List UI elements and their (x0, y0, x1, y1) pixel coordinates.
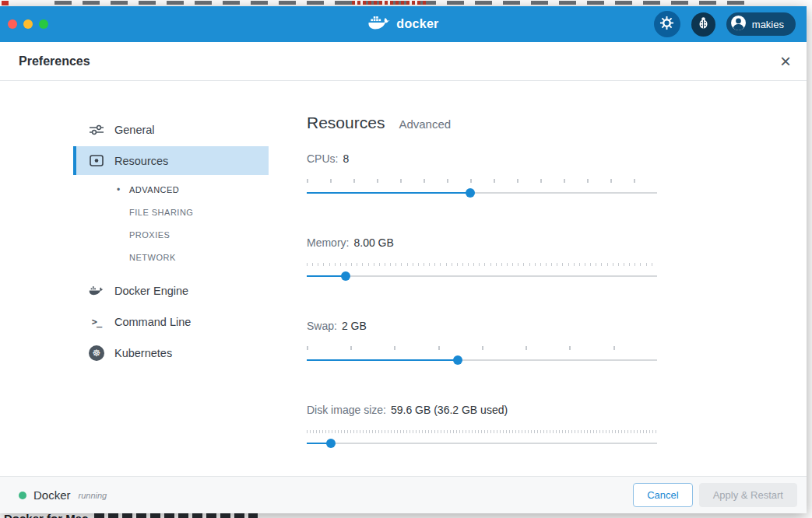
swap-label: Swap: (307, 320, 337, 332)
sidebar-item-label: General (114, 124, 155, 136)
slider-group-swap: Swap:2 GB (307, 320, 657, 365)
swap-value: 2 GB (342, 320, 367, 332)
resources-subsections: • ADVANCED FILE SHARING PROXIES NETWORK (0, 178, 269, 268)
slider-fill (307, 192, 470, 194)
cpus-label-row: CPUs:8 (307, 152, 657, 166)
sidebar-item-resources[interactable]: Resources (73, 146, 269, 175)
memory-label: Memory: (307, 236, 349, 249)
bug-icon (698, 16, 709, 32)
traffic-light-close[interactable] (8, 19, 17, 29)
window-controls (8, 19, 48, 29)
slider-rail (307, 275, 657, 277)
content-header: Resources Advanced (307, 114, 657, 134)
apply-restart-button[interactable]: Apply & Restart (699, 483, 797, 507)
background-page-top (0, 0, 812, 6)
traffic-light-zoom[interactable] (39, 19, 48, 29)
brand-label: docker (396, 17, 438, 31)
docker-brand: docker (367, 14, 438, 34)
cpus-slider-ticks (307, 179, 657, 183)
sidebar-subitem-label: NETWORK (129, 253, 176, 262)
docker-whale-icon (367, 14, 391, 34)
background-text-clipped-red (352, 1, 427, 5)
memory-label-row: Memory:8.00 GB (307, 236, 657, 250)
background-heading-clipped: Docker for Mac (4, 513, 88, 518)
cpus-label: CPUs: (307, 152, 338, 165)
sidebar-item-label: Resources (114, 155, 168, 167)
memory-value: 8.00 GB (353, 236, 393, 249)
cpus-value: 8 (343, 152, 349, 165)
whale-icon (89, 285, 104, 296)
disk-slider-ticks (307, 430, 657, 433)
status-bar: Docker running Cancel Apply & Restart (0, 476, 807, 513)
sidebar-subitem-label: PROXIES (129, 230, 170, 240)
page-title: Preferences (19, 54, 90, 68)
sidebar-item-kubernetes[interactable]: ☸ Kubernetes (73, 338, 269, 367)
slider-group-disk-image-size: Disk image size:59.6 GB (36.2 GB used) (307, 404, 657, 448)
slider-group-cpus: CPUs:8 (307, 152, 657, 198)
terminal-icon: >_ (89, 317, 104, 327)
slider-handle[interactable] (341, 271, 350, 281)
status-dot (19, 492, 26, 499)
status-text: running (79, 491, 107, 500)
footer-buttons: Cancel Apply & Restart (633, 483, 797, 507)
close-icon[interactable]: × (780, 54, 791, 69)
slider-fill (307, 359, 458, 361)
disk-value: 59.6 GB (36.2 GB used) (391, 404, 508, 416)
slider-fill (307, 275, 346, 277)
sidebar-subitem-label: FILE SHARING (129, 208, 193, 217)
memory-slider-ticks (307, 263, 657, 266)
sidebar-item-docker-engine[interactable]: Docker Engine (73, 276, 269, 305)
sidebar-subitem-label: ADVANCED (129, 185, 179, 194)
sidebar-item-label: Command Line (114, 316, 191, 328)
swap-slider[interactable] (307, 355, 657, 365)
resources-icon (89, 155, 104, 166)
background-artifact (2, 1, 9, 5)
status-app-name: Docker (33, 488, 71, 502)
sliders-icon (89, 124, 104, 135)
slider-group-memory: Memory:8.00 GB (307, 236, 657, 281)
background-page-bottom: Docker for Mac (4, 513, 258, 518)
disk-label-row: Disk image size:59.6 GB (36.2 GB used) (307, 404, 657, 417)
disk-image-size-slider[interactable] (307, 439, 657, 448)
slider-handle[interactable] (326, 439, 336, 448)
sidebar-item-command-line[interactable]: >_ Command Line (73, 307, 269, 336)
preferences-window: docker (0, 6, 807, 513)
sidebar-item-general[interactable]: General (73, 115, 269, 144)
diagnose-button[interactable] (691, 12, 715, 37)
sidebar-item-label: Docker Engine (114, 285, 188, 297)
user-avatar-icon (730, 15, 747, 34)
swap-label-row: Swap:2 GB (307, 320, 657, 333)
sidebar-subitem-proxies[interactable]: PROXIES (73, 223, 269, 246)
section-title: Resources (307, 114, 385, 132)
swap-slider-ticks (307, 346, 657, 350)
memory-slider[interactable] (307, 271, 657, 281)
app-header: docker (0, 6, 807, 42)
active-bullet-icon: • (117, 184, 121, 195)
sidebar-item-label: Kubernetes (114, 347, 172, 359)
gear-icon (659, 16, 674, 33)
cpus-slider[interactable] (307, 188, 657, 198)
resources-advanced-panel: Resources Advanced CPUs:8 Memory:8.00 GB (269, 81, 657, 476)
kubernetes-icon: ☸ (89, 345, 104, 361)
user-account-button[interactable]: makies (726, 12, 796, 36)
background-text-blocks (94, 513, 258, 518)
preferences-titlebar: Preferences × (0, 42, 807, 81)
cancel-button[interactable]: Cancel (633, 483, 692, 507)
slider-handle[interactable] (453, 355, 462, 365)
slider-rail (307, 443, 657, 444)
sidebar-subitem-file-sharing[interactable]: FILE SHARING (73, 201, 269, 223)
slider-handle[interactable] (466, 188, 475, 198)
sidebar-subitem-network[interactable]: NETWORK (73, 246, 269, 268)
settings-button[interactable] (654, 11, 680, 37)
disk-label: Disk image size: (307, 404, 386, 416)
sidebar-subitem-advanced[interactable]: • ADVANCED (73, 178, 269, 201)
section-subtitle: Advanced (399, 117, 451, 131)
main-area: General Resources • ADVANCED FILE SHARI (0, 81, 807, 476)
traffic-light-minimize[interactable] (23, 19, 33, 29)
header-actions: makies (654, 11, 796, 37)
user-name: makies (752, 19, 784, 30)
sidebar: General Resources • ADVANCED FILE SHARI (0, 81, 269, 476)
